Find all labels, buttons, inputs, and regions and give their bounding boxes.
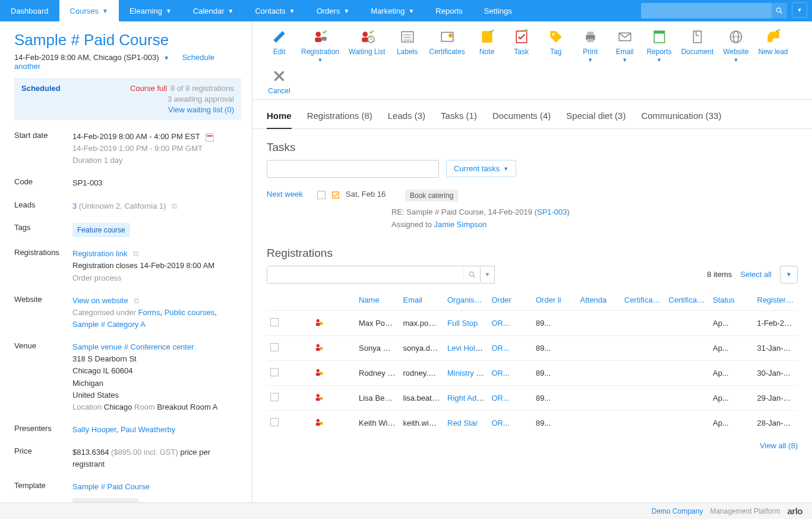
nav-calendar[interactable]: Calendar▼: [182, 0, 245, 21]
col-organisation[interactable]: Organisation: [444, 290, 488, 311]
tab-tasks[interactable]: Tasks (1): [441, 106, 477, 128]
toolbar-note-button[interactable]: Note: [471, 27, 503, 64]
toolbar-email-button[interactable]: Email▼: [609, 27, 641, 64]
registrations-filter-dropdown[interactable]: ▼: [481, 266, 495, 284]
registrations-more-dropdown[interactable]: ▼: [780, 266, 798, 284]
cell-org-link[interactable]: Right Advice: [447, 394, 488, 402]
row-checkbox[interactable]: [270, 393, 279, 401]
cell-org-link[interactable]: Full Stop: [447, 319, 478, 328]
cell-order-link[interactable]: OR...: [492, 344, 510, 353]
tag-feature-course[interactable]: Feature course: [72, 223, 130, 238]
toolbar-document-button[interactable]: Document: [678, 27, 718, 64]
registration-link[interactable]: Registration link: [72, 249, 128, 258]
tab-documents[interactable]: Documents (4): [492, 106, 551, 128]
calendar-icon[interactable]: [206, 133, 214, 141]
presenter-paul[interactable]: Paul Weatherby: [121, 425, 175, 434]
toolbar-tag-button[interactable]: Tag: [540, 27, 572, 64]
current-tasks-button[interactable]: Current tasks▼: [446, 160, 516, 177]
task-re-code[interactable]: SP1-003: [537, 207, 567, 216]
task-badge[interactable]: Book catering: [405, 190, 458, 202]
registrations-search-input[interactable]: [267, 266, 463, 283]
col-status[interactable]: Status: [709, 290, 754, 311]
task-checkbox[interactable]: [317, 191, 326, 199]
tab-registrations[interactable]: Registrations (8): [307, 106, 372, 128]
user-menu-button[interactable]: ▼: [792, 2, 807, 18]
col-order[interactable]: Order: [488, 290, 533, 311]
external-link-icon[interactable]: ⧉: [133, 249, 138, 258]
toolbar-reports-button[interactable]: Reports▼: [643, 27, 675, 64]
view-waiting-list-link[interactable]: View waiting list (0): [168, 105, 234, 114]
cat-forms[interactable]: Forms: [138, 308, 160, 317]
venue-link[interactable]: Sample venue # Conference center: [72, 342, 194, 351]
row-checkbox[interactable]: [270, 343, 279, 351]
tab-leads[interactable]: Leads (3): [388, 106, 425, 128]
assigned-to-link[interactable]: Jamie Simpson: [434, 220, 487, 229]
tab-communication[interactable]: Communication (33): [641, 106, 721, 128]
nav-courses[interactable]: Courses▼: [59, 0, 119, 21]
cell-org-link[interactable]: Ministry of Edu...: [447, 369, 488, 378]
table-row[interactable]: Sonya Delat...sonya.delatorre...Levi Hol…: [267, 335, 798, 360]
table-row[interactable]: Rodney Bateyrodney.batey@...Ministry of …: [267, 360, 798, 385]
row-checkbox[interactable]: [270, 318, 279, 326]
tasks-filter-input[interactable]: [267, 160, 439, 178]
toolbar-print-button[interactable]: Print▼: [574, 27, 606, 64]
external-link-icon[interactable]: ⧉: [134, 296, 139, 305]
cell-order-link[interactable]: OR...: [492, 419, 510, 427]
nav-contacts[interactable]: Contacts▼: [244, 0, 305, 21]
cell-org-link[interactable]: Red Star: [447, 419, 478, 427]
task-flag-icon[interactable]: [331, 191, 340, 199]
table-row[interactable]: Keith Wisnerkeith.wisner@r...Red StarOR.…: [267, 410, 798, 435]
toolbar-website-button[interactable]: Website▼: [719, 27, 752, 64]
cell-order-link[interactable]: OR...: [492, 394, 510, 402]
template-link[interactable]: Sample # Paid Course: [72, 482, 150, 491]
toolbar-cancel-button[interactable]: Cancel: [263, 67, 295, 96]
presenter-sally[interactable]: Sally Hooper: [72, 425, 116, 434]
nav-dashboard[interactable]: Dashboard: [0, 0, 59, 21]
search-button[interactable]: [772, 3, 787, 18]
col-order-li[interactable]: Order li: [532, 290, 577, 311]
chevron-down-icon[interactable]: ▼: [163, 55, 169, 61]
nav-reports[interactable]: Reports: [425, 0, 473, 21]
table-row[interactable]: Max Powermax.power@ful...Full StopOR...8…: [267, 310, 798, 335]
cell-status: Ap...: [709, 335, 754, 360]
cell-order-link[interactable]: OR...: [492, 319, 510, 328]
row-checkbox[interactable]: [270, 418, 279, 426]
select-all-link[interactable]: Select all: [740, 270, 772, 279]
table-row[interactable]: Lisa Beattielisa.beattie@rig...Right Adv…: [267, 385, 798, 410]
svg-rect-34: [315, 323, 320, 326]
course-datetime[interactable]: 14-Feb-2019 8:00 AM, Chicago (SP1-003): [14, 53, 159, 62]
toolbar-registration-button[interactable]: Registration▼: [298, 27, 343, 64]
external-link-icon[interactable]: ⧉: [172, 202, 177, 210]
toolbar-certificates-button[interactable]: Certificates: [426, 27, 469, 64]
col-name[interactable]: Name: [355, 290, 400, 311]
tab-special[interactable]: Special diet (3): [566, 106, 625, 128]
search-input[interactable]: [641, 3, 772, 18]
leads-count-link[interactable]: 3: [72, 202, 77, 210]
toolbar-newlead-button[interactable]: New lead: [755, 27, 792, 64]
tag-earlybird[interactable]: Earlybird discount: [72, 498, 138, 502]
view-on-website-link[interactable]: View on website: [72, 296, 128, 305]
col-certificate-se[interactable]: Certificate se: [621, 290, 665, 311]
toolbar-labels-button[interactable]: Labels: [391, 27, 424, 64]
toolbar-waiting-button[interactable]: Waiting List: [345, 27, 389, 64]
col-registered[interactable]: Registered: [754, 290, 798, 311]
toolbar-task-button[interactable]: Task: [505, 27, 538, 64]
toolbar-edit-button[interactable]: Edit: [263, 27, 295, 64]
col-certificate-se[interactable]: Certificate se: [665, 290, 710, 311]
cat-public[interactable]: Public courses: [165, 308, 215, 317]
nav-orders[interactable]: Orders▼: [306, 0, 361, 21]
col-attenda[interactable]: Attenda: [577, 290, 621, 311]
next-week-link[interactable]: Next week: [267, 190, 311, 199]
view-all-link[interactable]: View all (8): [760, 441, 798, 450]
nav-elearning[interactable]: Elearning▼: [119, 0, 182, 21]
search-icon[interactable]: [463, 266, 480, 283]
footer-company[interactable]: Demo Company: [652, 507, 703, 515]
cat-sample-a[interactable]: Sample # Category A: [72, 320, 146, 329]
tab-home[interactable]: Home: [267, 106, 292, 129]
row-checkbox[interactable]: [270, 368, 279, 376]
col-email[interactable]: Email: [400, 290, 444, 311]
cell-org-link[interactable]: Levi Holdings: [447, 344, 488, 353]
nav-marketing[interactable]: Marketing▼: [360, 0, 425, 21]
nav-settings[interactable]: Settings: [473, 0, 523, 21]
cell-order-link[interactable]: OR...: [492, 369, 510, 378]
